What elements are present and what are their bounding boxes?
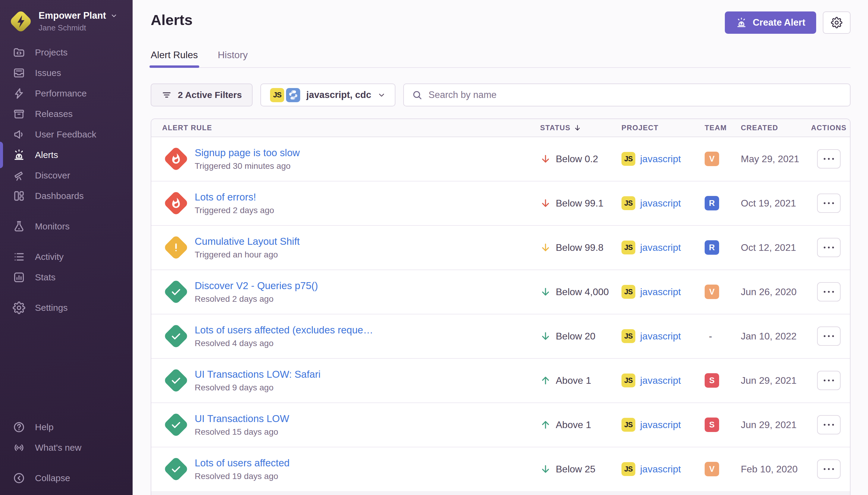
sidebar-item-projects[interactable]: Projects [0,42,133,63]
project-link[interactable]: javascript [640,153,681,165]
status-cell: Below 99.8 [540,242,622,253]
sidebar-item-dashboards[interactable]: Dashboards [0,186,133,206]
project-link[interactable]: javascript [640,375,681,386]
team-avatar[interactable]: S [705,417,719,432]
sidebar-item-label: User Feedback [35,129,96,140]
team-avatar[interactable]: V [705,285,719,299]
javascript-platform-icon: JS [622,196,635,210]
sidebar-item-collapse[interactable]: Collapse [0,468,133,488]
flame-diamond-icon [163,146,189,172]
check-diamond-icon [163,323,189,349]
row-actions-button[interactable] [817,193,840,213]
table-row: Signup page is too slow Triggered 30 min… [151,137,850,182]
team-avatar[interactable]: V [705,152,719,166]
team-cell: R [705,196,741,210]
alert-rule-subtext: Resolved 9 days ago [195,383,321,393]
table-row: Lots of users affected (excludes reque… … [151,314,850,359]
search-input[interactable] [429,89,842,100]
status-cell: Below 20 [540,331,622,342]
tab-history[interactable]: History [218,49,248,67]
alert-rule-link[interactable]: Cumulative Layout Shift [195,236,300,247]
tab-bar: Alert Rules History [151,49,851,68]
sidebar-item-issues[interactable]: Issues [0,63,133,83]
alert-rule-link[interactable]: Signup page is too slow [195,147,300,158]
page-title: Alerts [151,12,193,28]
team-cell: V [705,285,741,299]
project-selector[interactable]: JS javascript, cdc [260,84,395,106]
row-actions-button[interactable] [817,282,840,302]
alert-rules-table: Alert Rule Status Project Team Created A… [151,118,851,495]
sidebar-item-settings[interactable]: Settings [0,297,133,318]
sidebar-item-stats[interactable]: Stats [0,267,133,288]
alert-rule-link[interactable]: Lots of users affected [195,457,290,469]
python-platform-icon [286,88,300,102]
sidebar-item-alerts[interactable]: Alerts [0,145,133,165]
org-name: Empower Plant [39,10,106,21]
sidebar-item-help[interactable]: Help [0,417,133,438]
org-switcher[interactable]: Empower Plant Jane Schmidt [0,0,133,40]
project-link[interactable]: javascript [640,419,681,430]
row-actions-button[interactable] [817,459,840,479]
alert-rule-link[interactable]: UI Transactions LOW [195,413,289,425]
sidebar-item-what-s-new[interactable]: What's new [0,438,133,458]
releases-icon [13,108,25,120]
app-root: Empower Plant Jane Schmidt Projects Issu… [0,0,868,495]
alert-rule-link[interactable]: UI Transactions LOW: Safari [195,369,321,380]
row-actions-button[interactable] [817,326,840,346]
sidebar-item-discover[interactable]: Discover [0,165,133,186]
project-link[interactable]: javascript [640,198,681,209]
team-cell: V [705,152,741,166]
arrow-down-icon [540,198,551,209]
org-logo-icon [11,12,31,31]
column-header-status[interactable]: Status [540,124,622,132]
sidebar-item-performance[interactable]: Performance [0,83,133,104]
alert-rule-link[interactable]: Lots of errors! [195,191,274,203]
team-avatar[interactable]: V [705,462,719,476]
javascript-platform-icon: JS [622,241,635,254]
sidebar-item-label: Issues [35,68,61,78]
status-cell: Below 0.2 [540,153,622,165]
project-link[interactable]: javascript [640,242,681,253]
team-avatar[interactable]: R [705,240,719,255]
team-avatar[interactable]: R [705,196,719,210]
alert-rule-link[interactable]: Lots of users affected (excludes reque… [195,324,373,336]
active-filters-button[interactable]: 2 Active Filters [151,84,253,106]
status-text: Below 25 [556,464,595,475]
sidebar-item-label: Settings [35,303,68,313]
team-avatar[interactable]: S [705,373,719,388]
column-header-actions: Actions [808,124,850,132]
activity-icon [13,251,25,263]
javascript-platform-icon: JS [622,462,635,476]
sidebar-item-user-feedback[interactable]: User Feedback [0,124,133,145]
javascript-platform-icon: JS [270,88,284,102]
create-alert-button[interactable]: Create Alert [725,12,816,34]
team-cell: - [705,331,741,342]
created-date: Jan 10, 2022 [741,331,808,342]
arrow-up-icon [540,419,551,430]
created-date: Oct 12, 2021 [741,242,808,253]
discover-icon [13,169,25,182]
tab-alert-rules[interactable]: Alert Rules [151,49,198,67]
check-diamond-icon [163,412,189,438]
row-actions-button[interactable] [817,149,840,169]
javascript-platform-icon: JS [622,152,635,166]
sidebar-item-label: Discover [35,170,70,181]
alert-settings-button[interactable] [823,12,851,34]
project-link[interactable]: javascript [640,331,681,342]
column-header-alert-rule: Alert Rule [151,124,540,132]
row-actions-button[interactable] [817,238,840,257]
project-link[interactable]: javascript [640,286,681,297]
sidebar-item-activity[interactable]: Activity [0,246,133,267]
sidebar-item-monitors[interactable]: Monitors [0,216,133,237]
team-cell: V [705,462,741,476]
status-cell: Below 99.1 [540,198,622,209]
table-body: Signup page is too slow Triggered 30 min… [151,137,850,492]
row-actions-button[interactable] [817,415,840,434]
row-actions-button[interactable] [817,371,840,390]
table-row: Cumulative Layout Shift Triggered an hou… [151,226,850,270]
search-icon [412,89,422,100]
alert-rule-subtext: Resolved 4 days ago [195,339,373,348]
sidebar-item-releases[interactable]: Releases [0,104,133,124]
project-link[interactable]: javascript [640,464,681,475]
alert-rule-link[interactable]: Discover V2 - Queries p75() [195,280,318,291]
